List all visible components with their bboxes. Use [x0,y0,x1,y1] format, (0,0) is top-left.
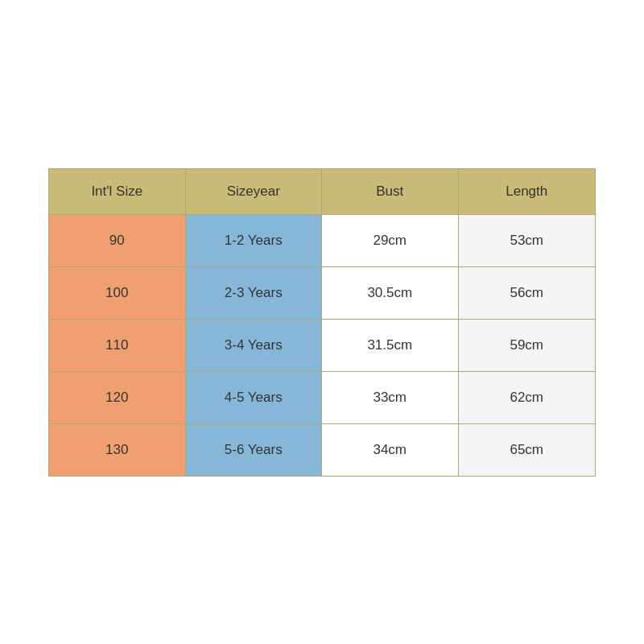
header-length: Length [459,169,596,214]
intl-size-90: 90 [49,215,186,266]
bust-90: 29cm [322,215,459,266]
intl-size-110: 110 [49,320,186,371]
sizeyear-90: 1-2 Years [186,215,323,266]
size-chart-table: Int'l Size Sizeyear Bust Length 90 1-2 Y… [48,168,596,477]
intl-size-120: 120 [49,372,186,423]
bust-100: 30.5cm [322,267,459,319]
header-intl-size: Int'l Size [49,169,186,214]
table-row: 110 3-4 Years 31.5cm 59cm [49,320,595,372]
length-90: 53cm [459,215,596,266]
bust-130: 34cm [322,424,459,476]
table-row: 100 2-3 Years 30.5cm 56cm [49,267,595,320]
length-120: 62cm [459,372,596,423]
table-row: 120 4-5 Years 33cm 62cm [49,372,595,424]
length-110: 59cm [459,320,596,371]
intl-size-100: 100 [49,267,186,319]
bust-110: 31.5cm [322,320,459,371]
table-header-row: Int'l Size Sizeyear Bust Length [49,169,595,215]
intl-size-130: 130 [49,424,186,476]
table-row: 90 1-2 Years 29cm 53cm [49,215,595,267]
header-sizeyear: Sizeyear [186,169,323,214]
sizeyear-100: 2-3 Years [186,267,323,319]
sizeyear-120: 4-5 Years [186,372,323,423]
sizeyear-130: 5-6 Years [186,424,323,476]
length-100: 56cm [459,267,596,319]
length-130: 65cm [459,424,596,476]
sizeyear-110: 3-4 Years [186,320,323,371]
table-row: 130 5-6 Years 34cm 65cm [49,424,595,476]
header-bust: Bust [322,169,459,214]
bust-120: 33cm [322,372,459,423]
